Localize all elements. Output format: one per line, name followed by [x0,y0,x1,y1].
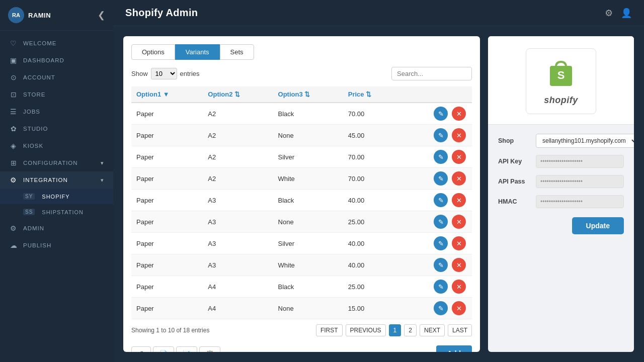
delete-button[interactable]: ✕ [452,301,466,315]
sidebar-item-store[interactable]: ⊡ STORE [0,86,113,103]
export-excel-button[interactable]: 📊 [176,346,197,352]
edit-button[interactable]: ✎ [434,107,448,121]
sidebar-item-admin-label: ADMIN [23,225,44,231]
delete-button[interactable]: ✕ [452,171,466,186]
pagination-first[interactable]: FIRST [316,324,343,336]
sidebar-toggle-icon[interactable]: ❮ [98,10,105,21]
cell-option3: Black [273,190,343,211]
col-actions [398,86,472,103]
delete-button[interactable]: ✕ [452,236,466,250]
api-pass-input[interactable] [536,175,624,188]
account-icon: ⊙ [9,73,18,81]
delete-button[interactable]: ✕ [452,258,466,272]
edit-button[interactable]: ✎ [434,150,448,164]
delete-button[interactable]: ✕ [452,150,466,164]
add-button[interactable]: Add [436,345,472,352]
cell-option2: A4 [203,276,273,298]
sidebar-item-admin[interactable]: ⚙ ADMIN [0,220,113,237]
sidebar-item-kiosk[interactable]: ◈ KIOSK [0,137,113,154]
pagination-last[interactable]: LAST [448,324,472,336]
user-icon[interactable]: 👤 [621,8,632,19]
col-option3[interactable]: Option3 ⇅ [273,86,343,103]
sidebar-item-welcome-label: WELCOME [23,40,56,46]
svg-text:S: S [557,69,565,81]
edit-button[interactable]: ✎ [434,128,448,142]
delete-button[interactable]: ✕ [452,280,466,294]
delete-button[interactable]: ✕ [452,215,466,229]
cell-actions: ✎ ✕ [398,298,472,319]
sidebar-item-account-label: ACCOUNT [23,74,55,80]
entries-select[interactable]: 10 25 50 100 [151,68,177,79]
tab-sets[interactable]: Sets [220,44,254,60]
sidebar-item-jobs[interactable]: ☰ JOBS [0,103,113,120]
cell-price: 40.00 [343,233,398,254]
delete-button[interactable]: ✕ [452,128,466,142]
hmac-input[interactable] [536,195,624,208]
delete-button[interactable]: ✕ [452,193,466,207]
table-controls: Show 10 25 50 100 entries [131,67,472,80]
main-content: Shopify Admin ⚙ 👤 Options Variants Sets … [113,0,644,362]
settings-icon[interactable]: ⚙ [605,8,613,19]
sidebar-item-welcome[interactable]: ♡ WELCOME [0,35,113,52]
hmac-label: HMAC [498,198,531,205]
edit-button[interactable]: ✎ [434,193,448,207]
heart-icon: ♡ [9,39,18,47]
col-option2[interactable]: Option2 ⇅ [203,86,273,103]
sidebar-item-shopify[interactable]: SY SHOPIFY [0,189,113,204]
sidebar-item-integration[interactable]: ⚙ INTEGRATION ▾ [0,171,113,189]
delete-button[interactable]: ✕ [452,107,466,121]
pagination-page-2[interactable]: 2 [404,324,417,336]
tab-options[interactable]: Options [131,44,175,60]
show-label: Show [131,70,148,77]
config-panel: S shopify Shop sellanything101.myshopify… [488,36,634,352]
cell-option1: Paper [131,103,203,125]
topbar-icons: ⚙ 👤 [605,8,632,19]
sidebar-item-account[interactable]: ⊙ ACCOUNT [0,69,113,86]
data-table: Option1 ▼ Option2 ⇅ Option3 ⇅ Price ⇅ Pa… [131,86,472,319]
page-title: Shopify Admin [125,7,198,19]
edit-button[interactable]: ✎ [434,236,448,250]
export-copy-button[interactable]: 📋 [199,346,220,352]
api-key-field: API Key [498,155,624,168]
entries-label: entries [180,70,200,77]
edit-button[interactable]: ✎ [434,280,448,294]
export-print-button[interactable]: 🖨 [131,346,151,352]
shopify-logo-text: shopify [544,95,578,106]
cell-option3: White [273,254,343,276]
pagination-page-1[interactable]: 1 [389,324,401,336]
cell-option3: Black [273,103,343,125]
sidebar-item-shipstation[interactable]: SS SHIPSTATION [0,204,113,220]
shopify-logo-area: S shopify [488,36,634,125]
table-row: Paper A4 Black 25.00 ✎ ✕ [131,276,472,298]
col-option1[interactable]: Option1 ▼ [131,86,203,103]
edit-button[interactable]: ✎ [434,171,448,186]
pagination-next[interactable]: NEXT [420,324,445,336]
cell-option1: Paper [131,211,203,233]
sidebar-item-dashboard[interactable]: ▣ DASHBOARD [0,52,113,69]
edit-button[interactable]: ✎ [434,215,448,229]
sidebar-item-dashboard-label: DASHBOARD [23,57,64,63]
edit-button[interactable]: ✎ [434,258,448,272]
cell-actions: ✎ ✕ [398,168,472,190]
hmac-field: HMAC [498,195,624,208]
cell-price: 40.00 [343,254,398,276]
table-row: Paper A4 None 15.00 ✎ ✕ [131,298,472,319]
pagination-previous[interactable]: PREVIOUS [346,324,386,336]
cell-option2: A2 [203,168,273,190]
shop-select[interactable]: sellanything101.myshopify.com [536,134,634,148]
update-button[interactable]: Update [572,217,624,234]
tab-variants[interactable]: Variants [175,44,220,60]
cell-option1: Paper [131,298,203,319]
search-input[interactable] [391,67,472,80]
sidebar: RA RAMIN ❮ ♡ WELCOME ▣ DASHBOARD ⊙ ACCOU… [0,0,113,362]
sidebar-item-publish[interactable]: ☁ PUBLISH [0,237,113,254]
table-row: Paper A3 Silver 40.00 ✎ ✕ [131,233,472,254]
cell-price: 25.00 [343,211,398,233]
sidebar-item-studio[interactable]: ✿ STUDIO [0,120,113,137]
cell-price: 70.00 [343,168,398,190]
export-pdf-button[interactable]: 📄 [153,346,174,352]
sidebar-item-configuration[interactable]: ⊞ CONFIGURATION ▾ [0,154,113,171]
api-key-input[interactable] [536,155,624,168]
edit-button[interactable]: ✎ [434,301,448,315]
col-price[interactable]: Price ⇅ [343,86,398,103]
